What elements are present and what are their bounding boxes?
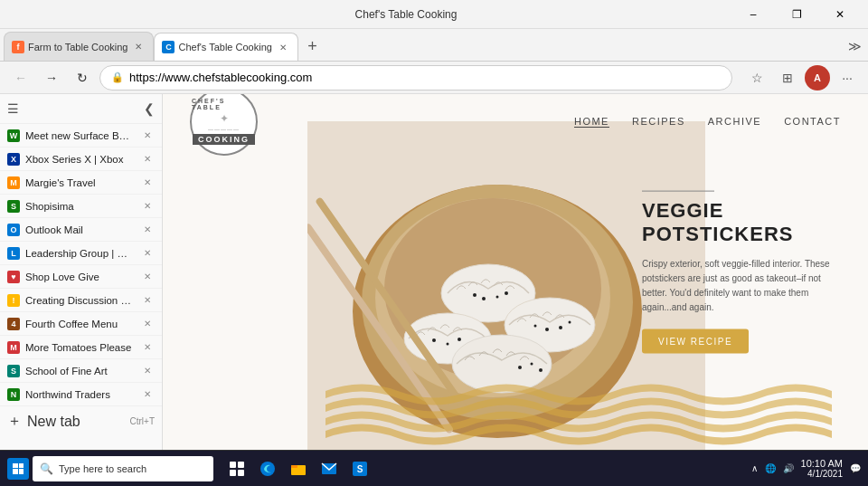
- sidebar-label-shoplove: Shop Love Give: [25, 272, 135, 282]
- mail-icon[interactable]: [316, 456, 342, 481]
- search-icon: 🔍: [40, 462, 53, 475]
- address-text: https://www.chefstablecooking.com: [129, 71, 312, 84]
- store-icon[interactable]: S: [347, 456, 373, 481]
- nav-contact[interactable]: CONTACT: [784, 116, 841, 127]
- sidebar-item-margies[interactable]: M Margie's Travel ✕: [0, 171, 162, 195]
- svg-rect-26: [238, 462, 244, 468]
- logo-top-text: CHEF'S TABLE: [192, 98, 256, 110]
- sidebar-item-discussion[interactable]: ! Creating Discussion Guidelines ✕: [0, 289, 162, 312]
- file-explorer-icon[interactable]: [286, 456, 311, 481]
- task-view-icon[interactable]: [224, 456, 250, 481]
- new-tab-shortcut: Ctrl+T: [130, 416, 156, 426]
- sidebar-close-leadership[interactable]: ✕: [140, 246, 155, 260]
- collapse-sidebar-button[interactable]: ≫: [841, 32, 868, 61]
- sidebar-close-fourth-coffee[interactable]: ✕: [140, 317, 155, 330]
- svg-point-21: [531, 363, 533, 366]
- tab-farm[interactable]: f Farm to Table Cooking ✕: [4, 32, 154, 61]
- nav-archive[interactable]: ARCHIVE: [708, 116, 761, 127]
- plus-icon: ＋: [7, 412, 22, 431]
- sidebar-close-northwind[interactable]: ✕: [140, 387, 155, 401]
- wave-decoration: [326, 373, 850, 450]
- new-tab-label: New tab: [27, 414, 80, 430]
- minimize-button[interactable]: –: [732, 0, 774, 29]
- sidebar-close-margies[interactable]: ✕: [140, 176, 155, 189]
- sidebar-close-tomatoes[interactable]: ✕: [140, 340, 155, 354]
- hero-line: [642, 190, 714, 191]
- taskbar: 🔍 Type here to search S ∧ 🌐 🔊: [0, 450, 868, 486]
- more-button[interactable]: ···: [834, 65, 861, 91]
- sidebar-fav-margies: M: [7, 176, 20, 189]
- logo-sub: —————: [208, 127, 240, 132]
- sidebar-close-outlook[interactable]: ✕: [140, 223, 155, 236]
- sidebar-item-school[interactable]: S School of Fine Art ✕: [0, 359, 162, 383]
- svg-rect-27: [230, 470, 236, 476]
- sidebar-item-outlook[interactable]: O Outlook Mail ✕: [0, 218, 162, 242]
- tab-close-chefs[interactable]: ✕: [276, 40, 290, 54]
- new-tab-sidebar-item[interactable]: ＋ New tab Ctrl+T: [0, 406, 162, 436]
- address-bar[interactable]: 🔒 https://www.chefstablecooking.com: [99, 65, 732, 91]
- svg-rect-25: [230, 462, 236, 468]
- svg-point-13: [458, 338, 461, 341]
- sidebar-item-tomatoes[interactable]: M More Tomatoes Please ✕: [0, 336, 162, 359]
- maximize-button[interactable]: ❐: [776, 0, 817, 29]
- sidebar-fav-meet-surface: W: [7, 129, 20, 142]
- sidebar-fav-leadership: L: [7, 247, 20, 260]
- site-header: CHEF'S TABLE ✦ ————— COOKING HOME RECIPE…: [163, 94, 868, 148]
- sidebar-close-meet-surface[interactable]: ✕: [140, 129, 155, 142]
- sidebar-label-margies: Margie's Travel: [25, 177, 135, 188]
- sidebar-item-xbox[interactable]: X Xbox Series X | Xbox ✕: [0, 148, 162, 171]
- nav-home[interactable]: HOME: [574, 116, 609, 128]
- window-title: Chef's Table Cooking: [80, 8, 732, 21]
- sidebar-close-school[interactable]: ✕: [140, 364, 155, 377]
- taskbar-search-box[interactable]: 🔍 Type here to search: [33, 456, 213, 481]
- sidebar-item-shopisima[interactable]: S Shopisima ✕: [0, 195, 162, 218]
- sidebar-label-xbox: Xbox Series X | Xbox: [25, 154, 135, 165]
- refresh-button[interactable]: ↻: [69, 65, 96, 91]
- tab-label-farm: Farm to Table Cooking: [28, 42, 127, 52]
- hero-title: VEGGIEPOTSTICKERS: [642, 198, 841, 246]
- svg-point-6: [473, 293, 476, 297]
- taskbar-right: ∧ 🌐 🔊 10:10 AM 4/1/2021 💬: [751, 458, 861, 479]
- sidebar-label-fourth-coffee: Fourth Coffee Menu: [25, 319, 135, 329]
- sidebar-close-discussion[interactable]: ✕: [140, 293, 155, 307]
- tab-chefs[interactable]: C Chef's Table Cooking ✕: [154, 33, 298, 62]
- new-tab-button[interactable]: +: [298, 32, 326, 61]
- sidebar-item-shoplove[interactable]: ♥ Shop Love Give ✕: [0, 265, 162, 289]
- sidebar-close-shoplove[interactable]: ✕: [140, 270, 155, 283]
- sidebar-item-leadership[interactable]: L Leadership Group | Microsoft ✕: [0, 242, 162, 265]
- svg-point-17: [559, 326, 562, 329]
- forward-button[interactable]: →: [38, 65, 65, 91]
- start-button[interactable]: [7, 458, 29, 480]
- sidebar-menu-icon: ☰: [7, 101, 19, 116]
- taskbar-clock[interactable]: 10:10 AM 4/1/2021: [801, 458, 843, 479]
- close-button[interactable]: ✕: [819, 0, 861, 29]
- svg-rect-31: [291, 465, 297, 468]
- hero-text: VEGGIEPOTSTICKERS Crispy exterior, soft …: [642, 190, 841, 354]
- star-button[interactable]: ☆: [743, 65, 770, 91]
- collections-button[interactable]: ⊞: [774, 65, 801, 91]
- system-tray-arrow[interactable]: ∧: [751, 463, 758, 473]
- nav-recipes[interactable]: RECIPES: [632, 116, 685, 127]
- volume-icon[interactable]: 🔊: [783, 463, 794, 473]
- view-recipe-button[interactable]: VIEW RECIPE: [642, 329, 749, 354]
- site-nav: HOME RECIPES ARCHIVE CONTACT: [574, 116, 841, 128]
- network-icon[interactable]: 🌐: [765, 463, 776, 473]
- svg-point-29: [260, 462, 275, 476]
- tab-close-farm[interactable]: ✕: [131, 40, 146, 54]
- sidebar-close-shopisima[interactable]: ✕: [140, 199, 155, 213]
- nav-right-controls: ☆ ⊞ A ···: [743, 65, 861, 91]
- profile-avatar[interactable]: A: [805, 65, 830, 91]
- edge-icon[interactable]: [255, 456, 280, 481]
- sidebar: ☰ ❮ W Meet new Surface Book 3or 15.5" ✕ …: [0, 94, 163, 450]
- sidebar-fav-fourth-coffee: 4: [7, 318, 20, 330]
- sidebar-item-northwind[interactable]: N Northwind Traders ✕: [0, 383, 162, 406]
- notifications-icon[interactable]: 💬: [850, 463, 861, 473]
- logo-divider-icon: ✦: [220, 112, 229, 125]
- sidebar-item-fourth-coffee[interactable]: 4 Fourth Coffee Menu ✕: [0, 312, 162, 336]
- sidebar-item-meet-surface[interactable]: W Meet new Surface Book 3or 15.5" ✕: [0, 124, 162, 148]
- svg-point-15: [534, 325, 537, 328]
- back-button[interactable]: ←: [7, 65, 34, 91]
- sidebar-collapse-icon[interactable]: ❮: [144, 101, 155, 116]
- sidebar-close-xbox[interactable]: ✕: [140, 152, 155, 166]
- sidebar-label-discussion: Creating Discussion Guidelines: [25, 295, 135, 306]
